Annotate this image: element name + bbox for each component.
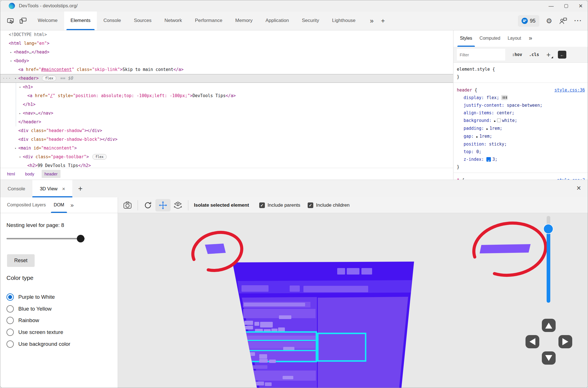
- minimize-button[interactable]: —: [549, 3, 554, 8]
- dom-tree-row[interactable]: <div class="header-shadow-block"></div>: [0, 135, 453, 144]
- elements-tree[interactable]: <!DOCTYPE html><html lang="en">▸<head>…<…: [0, 30, 453, 168]
- screenshot-camera-icon[interactable]: [122, 200, 133, 211]
- dom-tree-row[interactable]: ▾<h1>: [0, 83, 453, 92]
- expand-arrow-open-icon[interactable]: ▾: [9, 57, 13, 65]
- radio-use-screen-texture[interactable]: [6, 329, 14, 336]
- tab-console[interactable]: Console: [97, 12, 127, 30]
- radio-purple-to-white[interactable]: [6, 293, 14, 301]
- view3d-more-tabs-chevron[interactable]: »: [68, 197, 74, 213]
- nesting-slider-track[interactable]: [6, 238, 85, 239]
- dom-layers-3d[interactable]: [232, 262, 414, 388]
- issues-counter[interactable]: 95: [518, 15, 539, 27]
- panel-toggle-icon[interactable]: ←: [558, 51, 566, 59]
- include-children-checkbox[interactable]: ✓: [308, 202, 313, 208]
- reset-button[interactable]: Reset: [7, 254, 35, 267]
- breadcrumb-item-html[interactable]: html: [4, 170, 18, 178]
- expand-value-arrow-icon[interactable]: ▶: [494, 119, 496, 122]
- expand-arrow-closed-icon[interactable]: ▸: [9, 48, 13, 57]
- css-property-row[interactable]: background: ▶white;: [453, 117, 588, 125]
- floating-header-layer-left[interactable]: [205, 244, 226, 254]
- stylesheet-source-link[interactable]: style.css:36: [555, 86, 585, 94]
- z-index-3d-icon[interactable]: [486, 157, 491, 162]
- dom-tree-row[interactable]: <a href="#maincontent" class="skip-link"…: [0, 65, 453, 74]
- styles-more-tabs-chevron[interactable]: »: [525, 30, 532, 47]
- expand-arrow-closed-icon[interactable]: ▸: [18, 109, 22, 118]
- tab-welcome[interactable]: Welcome: [31, 12, 64, 30]
- close-tab-icon[interactable]: ×: [62, 186, 65, 191]
- dom-tree-row[interactable]: ▸<head>…</head>: [0, 48, 453, 57]
- styles-tab-layout[interactable]: Layout: [504, 30, 525, 47]
- expand-arrow-open-icon[interactable]: ▾: [13, 74, 18, 82]
- nesting-slider-thumb[interactable]: [77, 235, 84, 242]
- pan-mode-button[interactable]: [155, 199, 171, 211]
- tab-application[interactable]: Application: [259, 12, 295, 30]
- drawer-tab-console[interactable]: Console: [0, 180, 32, 197]
- expand-arrow-open-icon[interactable]: ▾: [18, 153, 22, 161]
- tab-network[interactable]: Network: [158, 12, 188, 30]
- css-property-row[interactable]: align-items: center;: [453, 109, 588, 117]
- css-rule-selector[interactable]: header {style.css:36: [453, 86, 588, 94]
- css-property-row[interactable]: top: 0;: [453, 148, 588, 156]
- isolate-layers-icon[interactable]: [172, 200, 184, 211]
- breadcrumb-item-header[interactable]: header: [42, 170, 61, 178]
- dom-tree-row[interactable]: <html lang="en">: [0, 39, 453, 48]
- css-property-row[interactable]: display: flex;: [453, 94, 588, 102]
- row-options-dots-icon[interactable]: ···: [3, 74, 11, 82]
- view3d-tab-composited-layers[interactable]: Composited Layers: [3, 197, 50, 213]
- css-property-row[interactable]: padding: ▶1rem;: [453, 125, 588, 133]
- overflow-menu-icon[interactable]: ···: [574, 17, 582, 24]
- dom-tree-row[interactable]: <h2>99 DevTools Tips</h2>: [0, 161, 453, 168]
- add-panel-button[interactable]: +: [381, 17, 385, 25]
- color-swatch[interactable]: [497, 119, 501, 122]
- floating-header-layer-right[interactable]: [480, 244, 531, 253]
- styles-tab-styles[interactable]: Styles: [456, 30, 476, 47]
- close-window-button[interactable]: ×: [579, 3, 583, 9]
- expand-value-arrow-icon[interactable]: ▶: [486, 127, 488, 130]
- expand-arrow-open-icon[interactable]: ▾: [13, 144, 18, 153]
- dom-tree-row[interactable]: ▸<nav>…</nav>: [0, 109, 453, 118]
- nav-down-button[interactable]: [542, 351, 556, 365]
- dom-tree-row[interactable]: ▾<body>: [0, 57, 453, 65]
- class-toggle[interactable]: .cls: [529, 52, 539, 57]
- device-emulation-icon[interactable]: [19, 17, 27, 25]
- dom-tree-row[interactable]: </h1>: [0, 100, 453, 109]
- css-property-row[interactable]: position: sticky;: [453, 141, 588, 148]
- drawer-tab-3d-view[interactable]: 3D View×: [32, 180, 72, 197]
- pseudo-state-toggle[interactable]: :hov: [512, 52, 522, 57]
- feedback-icon[interactable]: [559, 17, 567, 25]
- expand-arrow-open-icon[interactable]: ▾: [18, 83, 22, 92]
- radio-rainbow[interactable]: [6, 317, 14, 324]
- tab-memory[interactable]: Memory: [229, 12, 259, 30]
- styles-rules[interactable]: element.style {}header {style.css:36disp…: [453, 63, 588, 180]
- tab-elements[interactable]: Elements: [64, 12, 97, 30]
- css-property-row[interactable]: gap: ▶1rem;: [453, 133, 588, 141]
- nav-up-button[interactable]: [542, 319, 556, 332]
- dom-tree-row[interactable]: <a href="/" style="position: absolute;to…: [0, 92, 453, 100]
- flex-badge[interactable]: flex: [92, 154, 107, 160]
- attribute-link[interactable]: #maincontent: [41, 67, 71, 72]
- settings-gear-icon[interactable]: ⚙: [546, 17, 552, 25]
- nav-left-button[interactable]: [526, 335, 539, 348]
- breadcrumb-item-body[interactable]: body: [22, 170, 37, 178]
- css-property-row[interactable]: justify-content: space-between;: [453, 102, 588, 109]
- include-parents-checkbox[interactable]: ✓: [259, 202, 265, 208]
- add-drawer-tab-button[interactable]: +: [78, 184, 82, 193]
- dom-tree-row[interactable]: ▾<div class="page-toolbar">flex: [0, 153, 453, 161]
- more-tabs-chevron[interactable]: »: [370, 17, 374, 25]
- close-drawer-icon[interactable]: ×: [576, 184, 581, 193]
- reset-camera-icon[interactable]: [142, 200, 154, 211]
- dom-tree-row[interactable]: <!DOCTYPE html>: [0, 30, 453, 39]
- dom-tree-row[interactable]: ···▾<header>flex==$0: [0, 74, 453, 83]
- z-level-slider-thumb[interactable]: [544, 224, 553, 234]
- css-property-row[interactable]: z-index: 3;: [453, 156, 588, 163]
- stylesheet-source-link[interactable]: style.css:3: [557, 177, 585, 180]
- z-level-slider[interactable]: [544, 216, 553, 303]
- tab-security[interactable]: Security: [295, 12, 325, 30]
- css-rule-selector[interactable]: element.style {: [453, 66, 588, 73]
- title-bar[interactable]: DevTools - devtoolstips.org/ — ×: [0, 0, 588, 12]
- dom-tree-row[interactable]: <div class="header-shadow"></div>: [0, 126, 453, 135]
- radio-use-background-color[interactable]: [6, 340, 14, 348]
- maximize-button[interactable]: [564, 4, 568, 8]
- new-style-rule-button[interactable]: +: [546, 51, 551, 59]
- tab-lighthouse[interactable]: Lighthouse: [326, 12, 362, 30]
